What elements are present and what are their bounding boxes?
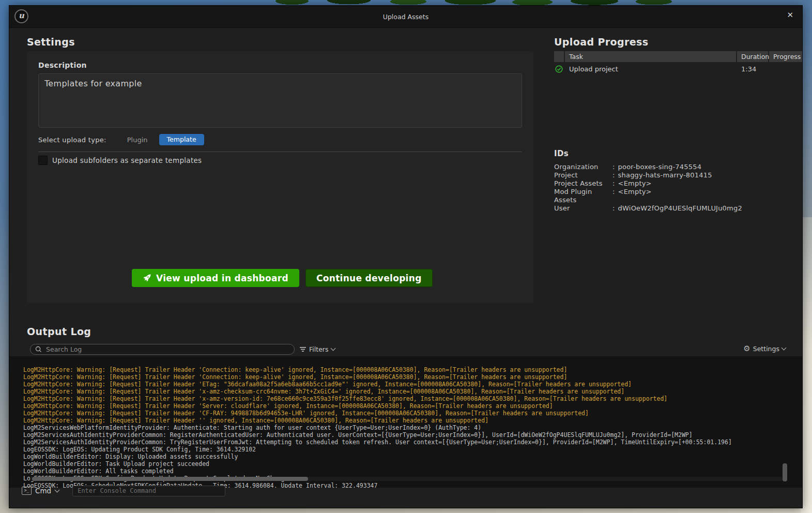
action-buttons: View upload in dashboard Continue develo… xyxy=(132,269,433,287)
id-label: Mod Plugin Assets xyxy=(554,188,612,204)
rocket-icon xyxy=(143,274,151,282)
id-row: Mod Plugin Assets : <Empty> xyxy=(554,188,742,204)
id-label: Project Assets xyxy=(554,179,612,188)
view-upload-dashboard-label: View upload in dashboard xyxy=(156,273,288,283)
chevron-down-icon[interactable] xyxy=(55,487,60,492)
chevron-down-icon xyxy=(331,346,336,351)
settings-panel: Description Templates for example Select… xyxy=(27,51,533,303)
log-line: LogM2HttpCore: Warning: [Request] Traile… xyxy=(23,395,802,402)
gear-icon: ⚙ xyxy=(743,345,750,353)
log-line: LogM2HttpCore: Warning: [Request] Traile… xyxy=(23,402,802,410)
id-value: shaggy-hats-marry-801415 xyxy=(618,171,712,179)
log-line: LogWorldBuilderEditor: Task Upload proje… xyxy=(23,460,802,467)
log-settings-dropdown[interactable]: ⚙ Settings xyxy=(743,343,786,354)
id-row: Project Assets : <Empty> xyxy=(554,179,742,188)
id-value: <Empty> xyxy=(618,179,652,188)
view-upload-dashboard-button[interactable]: View upload in dashboard xyxy=(132,269,299,287)
subfolders-checkbox-label: Upload subfolders as separate templates xyxy=(52,156,202,164)
log-line: LogM2ServicesAuthIdentityProviderCommon:… xyxy=(23,439,802,446)
log-line: LogM2HttpCore: Warning: [Request] Traile… xyxy=(23,373,802,381)
log-line: LogM2ServicesAuthIdentityProviderCommon:… xyxy=(23,431,802,439)
duration-column-header: Duration xyxy=(737,51,768,62)
log-line: LogM2HttpCore: Warning: [Request] Traile… xyxy=(23,381,802,388)
task-column-header: Task xyxy=(565,51,736,62)
id-row: User : dWiOeW2fOgP4UESlqFUMLUJu0mg2 xyxy=(554,204,742,213)
id-value: <Empty> xyxy=(618,188,652,204)
log-settings-label: Settings xyxy=(753,345,779,353)
filters-label: Filters xyxy=(309,345,328,353)
log-vertical-scrollbar[interactable] xyxy=(783,463,787,481)
log-line: LogWorldBuilderEditor: All tasks complet… xyxy=(23,467,802,475)
task-cell: Upload project xyxy=(565,65,736,73)
log-viewport[interactable]: LogM2HttpCore: Warning: [Request] Traile… xyxy=(9,356,802,488)
search-input[interactable] xyxy=(45,345,289,354)
ids-heading: IDs xyxy=(554,149,742,158)
check-circle-icon xyxy=(555,65,563,73)
ids-section: IDs Organization : poor-boxes-sing-74555… xyxy=(554,149,742,212)
subfolders-checkbox[interactable] xyxy=(38,156,48,165)
progress-column-header: Progress xyxy=(769,51,802,62)
cmd-dropdown[interactable]: Cmd xyxy=(35,487,51,495)
table-row[interactable]: Upload project 1:34 xyxy=(554,62,802,76)
description-label: Description xyxy=(38,61,87,69)
id-colon: : xyxy=(612,163,615,171)
log-line: LogWorldBuilderEditor: Display: Uploaded… xyxy=(23,453,802,460)
settings-heading: Settings xyxy=(27,36,75,48)
id-label: Organization xyxy=(554,163,612,171)
upload-type-option-plugin[interactable]: Plugin xyxy=(121,135,154,145)
id-colon: : xyxy=(612,179,615,188)
log-line: LogM2ServicesWebPlatformIdentityProvider… xyxy=(23,424,802,431)
search-icon xyxy=(35,346,42,353)
id-label: Project xyxy=(554,171,612,179)
id-value: dWiOeW2fOgP4UESlqFUMLUJu0mg2 xyxy=(618,204,742,213)
console-command-row: >_ Cmd xyxy=(22,484,225,497)
continue-developing-button[interactable]: Continue developing xyxy=(305,269,433,287)
log-filters-dropdown[interactable]: Filters xyxy=(300,344,335,355)
status-column-header xyxy=(554,51,564,62)
divider xyxy=(38,152,522,152)
id-label: User xyxy=(554,204,612,213)
continue-developing-label: Continue developing xyxy=(316,273,422,283)
id-row: Organization : poor-boxes-sing-745554 xyxy=(554,163,742,171)
upload-type-option-template[interactable]: Template xyxy=(159,134,204,145)
output-log-heading: Output Log xyxy=(27,326,91,337)
subfolders-checkbox-row: Upload subfolders as separate templates xyxy=(38,156,202,165)
titlebar[interactable]: u Upload Assets ✕ xyxy=(9,6,802,28)
id-colon: : xyxy=(612,188,615,204)
upload-assets-dialog: u Upload Assets ✕ Settings Description T… xyxy=(9,5,803,508)
upload-type-label: Select upload type: xyxy=(38,136,106,144)
upload-progress-heading: Upload Progress xyxy=(554,36,648,48)
id-colon: : xyxy=(612,171,615,179)
id-value: poor-boxes-sing-745554 xyxy=(618,163,702,171)
upload-progress-header: Task Duration Progress xyxy=(554,51,802,62)
log-line: LogM2HttpCore: Warning: [Request] Traile… xyxy=(23,388,802,395)
id-colon: : xyxy=(612,204,615,213)
id-row: Project : shaggy-hats-marry-801415 xyxy=(554,171,742,179)
console-command-input[interactable] xyxy=(72,486,225,496)
log-line: LogEOSSDK: LogEOS: Updating Product SDK … xyxy=(23,446,802,453)
terminal-icon: >_ xyxy=(22,487,32,495)
log-search-box xyxy=(30,344,295,355)
log-line: LogM2HttpCore: Warning: [Request] Traile… xyxy=(23,410,802,417)
close-icon[interactable]: ✕ xyxy=(787,11,793,19)
log-line: LogM2HttpCore: Warning: [Request] Traile… xyxy=(23,417,802,424)
upload-type-row: Select upload type: Plugin Template xyxy=(38,134,204,145)
window-title: Upload Assets xyxy=(9,13,802,21)
filter-icon xyxy=(300,346,306,352)
description-textarea[interactable]: Templates for example xyxy=(38,73,522,128)
log-horizontal-scrollbar[interactable] xyxy=(32,477,308,481)
chevron-down-icon xyxy=(782,345,787,350)
upload-progress-table: Task Duration Progress Upload project 1:… xyxy=(554,51,802,76)
log-line: LogM2HttpCore: Warning: [Request] Traile… xyxy=(23,366,802,373)
duration-cell: 1:34 xyxy=(737,65,768,73)
